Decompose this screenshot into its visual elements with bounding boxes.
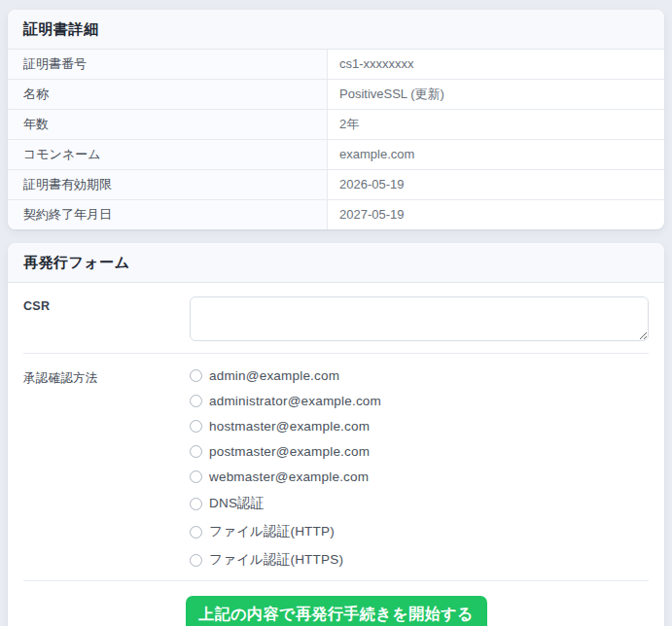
row-label: 証明書番号 bbox=[8, 50, 328, 79]
table-row: 年数2年 bbox=[8, 110, 664, 140]
row-label: コモンネーム bbox=[8, 140, 328, 169]
csr-label: CSR bbox=[23, 296, 190, 341]
radio-button[interactable] bbox=[190, 369, 202, 382]
row-value: 2027-05-19 bbox=[328, 200, 664, 229]
row-label: 証明書有効期限 bbox=[8, 170, 328, 199]
table-row: 名称PositiveSSL (更新) bbox=[8, 80, 664, 110]
radio-button[interactable] bbox=[190, 395, 202, 407]
radio-button[interactable] bbox=[190, 420, 202, 433]
approval-method-row: 承認確認方法 admin@example.comadministrator@ex… bbox=[8, 354, 664, 580]
table-row: 契約終了年月日2027-05-19 bbox=[8, 200, 664, 229]
row-value: PositiveSSL (更新) bbox=[328, 80, 664, 109]
radio-option[interactable]: ファイル認証(HTTP) bbox=[190, 523, 381, 540]
radio-button[interactable] bbox=[190, 445, 202, 458]
radio-option[interactable]: DNS認証 bbox=[190, 495, 381, 512]
submit-button-row: 上記の内容で再発行手続きを開始する bbox=[8, 581, 664, 626]
radio-option[interactable]: hostmaster@example.com bbox=[190, 419, 381, 434]
approval-method-radio-group: admin@example.comadministrator@example.c… bbox=[190, 367, 381, 569]
page-background: { "colors": { "accent_green": "#1fc463",… bbox=[0, 0, 672, 626]
radio-option-label: DNS認証 bbox=[209, 495, 265, 512]
row-label: 契約終了年月日 bbox=[8, 200, 328, 229]
row-value: example.com bbox=[328, 140, 664, 169]
radio-button[interactable] bbox=[190, 526, 202, 539]
row-value: cs1-xxxxxxxx bbox=[328, 50, 664, 79]
radio-option-label: webmaster@example.com bbox=[209, 470, 369, 484]
radio-option-label: ファイル認証(HTTPS) bbox=[209, 551, 343, 569]
start-reissue-button[interactable]: 上記の内容で再発行手続きを開始する bbox=[186, 596, 487, 626]
row-value: 2年 bbox=[328, 110, 664, 139]
row-label: 名称 bbox=[8, 80, 328, 109]
radio-option-label: ファイル認証(HTTP) bbox=[209, 523, 335, 540]
row-label: 年数 bbox=[8, 110, 328, 139]
radio-button[interactable] bbox=[190, 498, 202, 510]
radio-option[interactable]: postmaster@example.com bbox=[190, 444, 381, 459]
certificate-details-card: 証明書詳細 証明書番号cs1-xxxxxxxx名称PositiveSSL (更新… bbox=[8, 10, 664, 229]
radio-option[interactable]: ファイル認証(HTTPS) bbox=[190, 551, 381, 569]
certificate-table: 証明書番号cs1-xxxxxxxx名称PositiveSSL (更新)年数2年コ… bbox=[8, 50, 664, 229]
radio-option-label: postmaster@example.com bbox=[209, 444, 370, 459]
radio-option-label: administrator@example.com bbox=[209, 394, 381, 408]
radio-button[interactable] bbox=[190, 554, 202, 567]
table-row: 証明書有効期限2026-05-19 bbox=[8, 170, 664, 200]
certificate-card-title: 証明書詳細 bbox=[8, 10, 664, 50]
radio-option[interactable]: admin@example.com bbox=[190, 368, 381, 383]
approval-method-label: 承認確認方法 bbox=[23, 367, 190, 569]
table-row: 証明書番号cs1-xxxxxxxx bbox=[8, 50, 664, 80]
radio-option[interactable]: webmaster@example.com bbox=[190, 470, 381, 484]
radio-option[interactable]: administrator@example.com bbox=[190, 394, 381, 408]
csr-textarea[interactable] bbox=[190, 296, 649, 341]
csr-form-row: CSR bbox=[8, 283, 664, 353]
reissue-form-card: 再発行フォーム CSR 承認確認方法 admin@example.comadmi… bbox=[8, 243, 664, 626]
row-value: 2026-05-19 bbox=[328, 170, 664, 199]
reissue-card-title: 再発行フォーム bbox=[8, 243, 664, 283]
table-row: コモンネームexample.com bbox=[8, 140, 664, 170]
radio-option-label: hostmaster@example.com bbox=[209, 419, 370, 434]
radio-option-label: admin@example.com bbox=[209, 368, 339, 383]
radio-button[interactable] bbox=[190, 470, 202, 483]
